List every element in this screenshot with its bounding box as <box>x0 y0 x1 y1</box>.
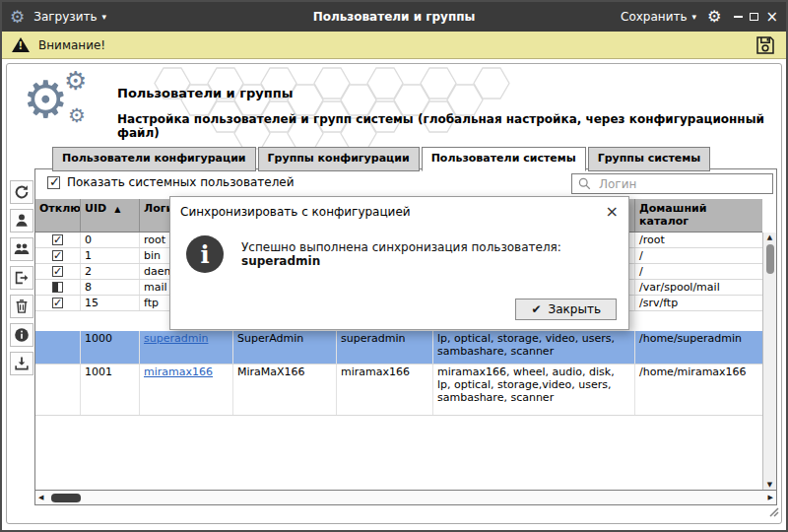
cell-uid: 15 <box>81 296 140 310</box>
horizontal-scroll-track[interactable] <box>43 494 767 502</box>
disabled-checkbox[interactable] <box>52 234 63 245</box>
download-button[interactable] <box>10 352 33 375</box>
disabled-partial-icon[interactable] <box>52 282 63 293</box>
header-home-dir[interactable]: Домашний каталог <box>635 199 762 232</box>
header-uid-label: UID <box>85 202 106 215</box>
sync-dialog: Синхронизировать с конфигурацией × i Усп… <box>169 196 629 330</box>
disabled-checkbox[interactable] <box>52 250 63 261</box>
cell-home-dir: / <box>635 248 762 263</box>
caret-down-icon: ▾ <box>102 13 107 22</box>
cell-home-dir: / <box>635 264 762 279</box>
dialog-footer: ✔ Закрыть <box>515 299 617 320</box>
cell-uid: 8 <box>81 280 140 295</box>
cell-uid: 1001 <box>81 365 140 415</box>
cell-uid: 1 <box>81 248 140 263</box>
tab-system-users[interactable]: Пользователи системы <box>422 147 586 171</box>
action-sidebar <box>9 180 34 375</box>
maximize-button[interactable] <box>750 13 758 21</box>
table-row-superadmin[interactable]: 1000 superadmin SuperAdmin superadmin lp… <box>35 331 762 365</box>
cell-primary-group: miramax166 <box>337 365 433 415</box>
close-window-button[interactable]: × <box>765 10 778 25</box>
cell-disabled <box>35 233 81 247</box>
cell-login: superadmin <box>140 331 233 364</box>
warning-text: Внимание! <box>38 38 105 52</box>
scroll-right-arrow[interactable]: ▶ <box>768 493 773 502</box>
search-icon <box>577 176 592 191</box>
header-uid[interactable]: UID▲ <box>81 199 140 232</box>
cell-disabled <box>35 264 81 279</box>
disabled-checkbox[interactable] <box>52 266 63 277</box>
scroll-down-arrow[interactable]: ▼ <box>767 480 772 490</box>
dialog-title: Синхронизировать с конфигурацией <box>180 205 411 219</box>
dialog-close-button-label: Закрыть <box>549 302 601 316</box>
delete-button[interactable] <box>10 295 33 318</box>
refresh-button[interactable] <box>10 180 33 204</box>
warning-bar: ! Внимание! <box>2 32 786 59</box>
horizontal-scroll-thumb[interactable] <box>51 494 81 502</box>
cell-uid: 2 <box>81 264 140 279</box>
cell-disabled <box>35 296 81 310</box>
cell-groups: lp, optical, storage, video, users, samb… <box>433 331 635 364</box>
app-window: ⚙ Загрузить ▾ Пользователи и группы Сохр… <box>0 0 788 532</box>
load-menu-button[interactable]: Загрузить ▾ <box>33 10 106 24</box>
cell-disabled <box>35 365 81 415</box>
search-box <box>571 173 773 194</box>
login-link[interactable]: miramax166 <box>144 366 213 378</box>
save-menu-label: Сохранить <box>621 10 688 24</box>
app-logo-gear-icon: ⚙ <box>10 9 25 26</box>
resize-grip[interactable] <box>767 502 779 521</box>
dialog-body: i Успешно выполнена синхронизация пользо… <box>170 220 628 273</box>
cell-full-name: MiraMaX166 <box>233 365 337 415</box>
table-row-miramax166[interactable]: 1001 miramax166 MiraMaX166 miramax166 mi… <box>35 365 762 416</box>
dialog-close-icon[interactable]: × <box>606 204 619 220</box>
gear-icon: ⚙ <box>64 68 87 94</box>
cell-home-dir: /var/spool/mail <box>635 280 762 295</box>
cell-disabled <box>35 331 81 364</box>
cell-login: miramax166 <box>140 365 233 415</box>
scroll-up-arrow[interactable]: ▲ <box>767 233 772 242</box>
cell-full-name: SuperAdmin <box>233 331 337 364</box>
users-group-button[interactable] <box>10 237 33 261</box>
cell-primary-group: superadmin <box>337 331 433 364</box>
check-icon: ✔ <box>531 302 541 316</box>
save-floppy-icon[interactable] <box>755 34 776 56</box>
titlebar: ⚙ Загрузить ▾ Пользователи и группы Сохр… <box>2 2 786 32</box>
cell-home-dir: /root <box>635 233 762 247</box>
dialog-message: Успешно выполнена синхронизация пользова… <box>241 240 615 268</box>
user-icon-button[interactable] <box>10 209 33 233</box>
disabled-checkbox[interactable] <box>52 298 63 308</box>
page-subtitle: Настройка пользователей и групп системы … <box>117 112 781 140</box>
gear-icon: ⚙ <box>68 105 86 125</box>
tab-users-config[interactable]: Пользователи конфигурации <box>52 147 256 171</box>
save-menu-button[interactable]: Сохранить ▾ <box>621 10 696 24</box>
load-menu-label: Загрузить <box>33 10 97 24</box>
cell-groups: miramax166, wheel, audio, disk, lp, opti… <box>433 365 635 415</box>
export-button[interactable] <box>10 266 33 290</box>
cell-uid: 1000 <box>81 331 140 364</box>
show-system-users-label: Показать системных пользователей <box>67 175 295 189</box>
login-link[interactable]: superadmin <box>144 332 208 345</box>
header-disabled[interactable]: Отключ <box>35 199 81 232</box>
tab-system-groups[interactable]: Группы системы <box>588 147 711 171</box>
show-system-users-checkbox[interactable]: Показать системных пользователей <box>47 175 295 189</box>
settings-gear-icon[interactable]: ⚙ <box>707 9 721 25</box>
info-button[interactable] <box>10 323 33 347</box>
vertical-scrollbar[interactable]: ▲ ▼ <box>762 233 776 490</box>
dialog-message-text: Успешно выполнена синхронизация пользова… <box>241 240 561 254</box>
search-input[interactable] <box>597 176 767 192</box>
warning-triangle-icon: ! <box>12 37 30 52</box>
minimize-button[interactable] <box>734 16 743 18</box>
vertical-scroll-thumb[interactable] <box>766 244 774 274</box>
cell-home-dir: /home/superadmin <box>635 331 762 364</box>
page-gears-logo: ⚙ ⚙ ⚙ <box>23 74 101 137</box>
filter-row: Показать системных пользователей <box>35 169 776 199</box>
dialog-message-highlight: superadmin <box>241 254 320 268</box>
caret-down-icon: ▾ <box>692 13 697 22</box>
tab-groups-config[interactable]: Группы конфигурации <box>258 147 420 171</box>
cell-disabled <box>35 280 81 295</box>
gear-icon: ⚙ <box>23 74 69 125</box>
dialog-close-button[interactable]: ✔ Закрыть <box>515 299 617 320</box>
horizontal-scrollbar[interactable]: ◀ ▶ <box>35 490 776 504</box>
window-controls: × <box>734 10 778 25</box>
sort-ascending-icon: ▲ <box>114 205 120 214</box>
